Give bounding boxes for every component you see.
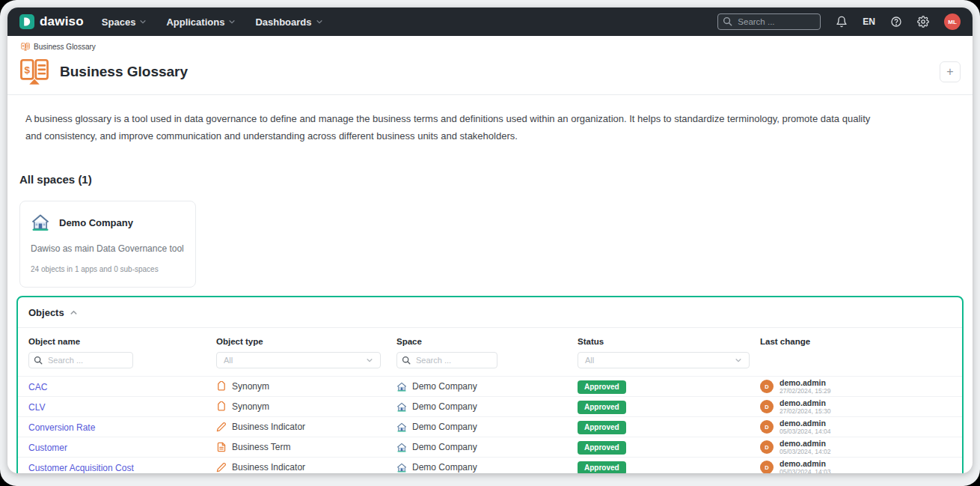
last-change-time: 27/02/2024, 15:29 xyxy=(780,387,831,395)
pencil-icon xyxy=(216,462,227,473)
column-header-object-name[interactable]: Object name xyxy=(28,328,216,346)
nav-item-spaces[interactable]: Spaces xyxy=(102,16,147,28)
status-filter-value: All xyxy=(585,356,594,365)
notifications-bell-icon[interactable] xyxy=(836,16,848,28)
language-selector[interactable]: EN xyxy=(863,16,875,27)
global-search xyxy=(717,13,821,30)
space-filter-input[interactable] xyxy=(396,352,497,368)
nav-item-dashboards[interactable]: Dashboards xyxy=(255,16,322,28)
global-search-input[interactable] xyxy=(717,13,821,30)
last-change-time: 05/03/2024, 14:02 xyxy=(780,448,831,455)
objects-panel-header[interactable]: Objects xyxy=(18,297,962,327)
table-row: Conversion Rate Business Indicator Demo … xyxy=(18,416,962,437)
page-header: $ Business Glossary + xyxy=(7,51,973,94)
object-type-filter-value: All xyxy=(224,356,233,365)
objects-panel-title: Objects xyxy=(28,307,64,318)
status-badge: Approved xyxy=(578,401,626,414)
objects-table-body: CAC Synonym Demo Company Approved D demo… xyxy=(18,376,962,473)
status-badge: Approved xyxy=(578,461,626,473)
object-name-link[interactable]: Customer Acquisition Cost xyxy=(28,463,134,473)
dawiso-logo-icon xyxy=(19,14,34,29)
space-filter xyxy=(396,352,497,368)
settings-gear-icon[interactable] xyxy=(917,16,929,28)
house-icon xyxy=(396,443,407,452)
table-row: CAC Synonym Demo Company Approved D demo… xyxy=(18,376,962,396)
nav-item-dashboards-label: Dashboards xyxy=(255,16,311,28)
space-card-title: Demo Company xyxy=(59,217,133,228)
object-name-link[interactable]: Conversion Rate xyxy=(28,422,95,433)
space-card-meta: 24 objects in 1 apps and 0 sub-spaces xyxy=(31,265,185,273)
chevron-down-icon xyxy=(316,18,323,25)
window-frame: dawiso Spaces Applications Dashboards EN xyxy=(0,0,980,486)
status-badge: Approved xyxy=(578,380,626,394)
table-row: Customer Business Term Demo Company Appr… xyxy=(18,437,962,457)
column-header-status[interactable]: Status xyxy=(578,328,760,346)
house-icon xyxy=(396,402,407,412)
document-icon xyxy=(216,442,227,452)
chevron-down-icon xyxy=(228,18,236,25)
object-name-link[interactable]: CAC xyxy=(28,382,47,392)
house-icon xyxy=(396,422,407,432)
nav-item-applications-label: Applications xyxy=(166,16,224,28)
glossary-book-icon: $ xyxy=(21,43,30,51)
object-name-link[interactable]: Customer xyxy=(28,443,67,453)
all-spaces-heading: All spaces (1) xyxy=(7,145,973,186)
chevron-up-icon xyxy=(70,309,78,317)
table-row: CLV Synonym Demo Company Approved D demo… xyxy=(18,396,962,416)
house-icon xyxy=(31,213,50,231)
last-change-user: demo.admin xyxy=(780,378,831,387)
objects-table-filter-row: All All xyxy=(18,346,962,376)
space-card-subtitle: Dawiso as main Data Governance tool xyxy=(31,243,185,254)
page-description: A business glossary is a tool used in da… xyxy=(7,95,890,145)
svg-text:$: $ xyxy=(25,64,31,76)
status-filter-select[interactable]: All xyxy=(578,352,750,368)
status-badge: Approved xyxy=(578,441,626,455)
tag-icon xyxy=(216,401,227,412)
tag-icon xyxy=(216,381,227,392)
space-link[interactable]: Demo Company xyxy=(412,442,477,452)
dawiso-logo-text: dawiso xyxy=(40,14,84,29)
page-title: Business Glossary xyxy=(60,64,940,80)
breadcrumb: $ Business Glossary xyxy=(7,36,973,51)
pencil-icon xyxy=(216,422,227,432)
object-type-label: Business Indicator xyxy=(232,462,305,473)
nav-item-applications[interactable]: Applications xyxy=(166,16,236,28)
user-avatar: D xyxy=(760,461,774,473)
space-link[interactable]: Demo Company xyxy=(412,462,477,473)
chevron-down-icon xyxy=(366,356,373,364)
last-change-time: 05/03/2024, 14:04 xyxy=(780,428,831,435)
chevron-down-icon xyxy=(139,18,147,25)
object-type-filter-select[interactable]: All xyxy=(216,352,381,368)
objects-table-column-headers: Object name Object type Space Status Las… xyxy=(18,328,962,346)
help-icon[interactable] xyxy=(890,16,902,28)
object-type-label: Synonym xyxy=(232,381,269,392)
column-header-last-change[interactable]: Last change xyxy=(760,328,962,346)
app-window: dawiso Spaces Applications Dashboards EN xyxy=(7,7,973,473)
object-name-filter xyxy=(28,352,133,368)
objects-panel: Objects Object name Object type Space St… xyxy=(16,296,964,473)
add-button[interactable]: + xyxy=(940,61,961,82)
space-link[interactable]: Demo Company xyxy=(412,381,477,392)
column-header-object-type[interactable]: Object type xyxy=(216,328,396,346)
space-card-demo-company[interactable]: Demo Company Dawiso as main Data Governa… xyxy=(19,201,196,288)
space-link[interactable]: Demo Company xyxy=(412,401,477,412)
top-navbar: dawiso Spaces Applications Dashboards EN xyxy=(7,7,973,36)
object-type-label: Business Indicator xyxy=(232,422,305,432)
house-icon xyxy=(396,382,407,392)
column-header-space[interactable]: Space xyxy=(396,328,578,346)
user-avatar[interactable]: ML xyxy=(944,13,961,30)
breadcrumb-label[interactable]: Business Glossary xyxy=(34,43,96,51)
user-avatar: D xyxy=(760,400,774,413)
space-link[interactable]: Demo Company xyxy=(412,422,477,432)
nav-item-spaces-label: Spaces xyxy=(102,16,136,28)
user-avatar: D xyxy=(760,380,774,393)
business-glossary-icon: $ xyxy=(19,58,49,85)
object-name-link[interactable]: CLV xyxy=(28,402,45,413)
object-type-label: Synonym xyxy=(232,401,269,412)
house-icon xyxy=(396,463,407,473)
chevron-down-icon xyxy=(735,356,742,364)
object-type-label: Business Term xyxy=(232,442,290,452)
dawiso-logo[interactable]: dawiso xyxy=(19,14,84,29)
object-name-filter-input[interactable] xyxy=(28,352,133,368)
search-icon xyxy=(34,356,43,365)
